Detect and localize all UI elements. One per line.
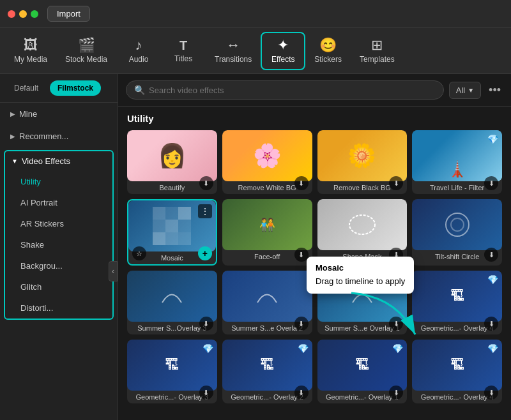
more-options-button[interactable]: ••• (486, 81, 503, 100)
gem-geo4-icon: 💎 (487, 274, 498, 285)
effect-thumb-tiltshift (412, 199, 502, 250)
tab-default[interactable]: Default (6, 80, 46, 96)
effect-thumb-face-off: 🧑‍🤝‍🧑 (222, 199, 312, 250)
effect-thumb-shape (317, 199, 408, 250)
sidebar-section-video-effects: ▼ Video Effects Utility AI Portrait AR S… (4, 150, 114, 320)
download-summer1-icon: ⬇ (199, 317, 213, 331)
effect-summer2[interactable]: ⬇ Summer S...e Overla 2 (222, 271, 312, 334)
gem-geo3-icon: 💎 (202, 343, 213, 354)
audio-icon: ♪ (135, 38, 142, 52)
content-area: 🔍 All ▼ ••• Utility 👩 ⬇ Beautify (118, 74, 511, 420)
search-bar: 🔍 All ▼ ••• (118, 74, 511, 107)
sidebar-item-video-effects[interactable]: ▼ Video Effects (5, 151, 112, 171)
tooltip: Mosaic Drag to timeline to apply (307, 257, 414, 294)
filter-chevron-icon: ▼ (468, 87, 474, 94)
effect-geo4b[interactable]: 🏗 💎 ⬇ Geometric...- Overlay 4 (412, 340, 502, 403)
svg-rect-3 (153, 220, 165, 232)
effect-summer1[interactable]: ⬇ Summer S...Overlay 3 (127, 271, 217, 334)
gem-geo1-icon: 💎 (392, 343, 403, 354)
tooltip-line2: Drag to timeline to apply (316, 275, 405, 289)
nav-titles[interactable]: T Titles (161, 34, 206, 68)
effect-mosaic[interactable]: ⋮ ☆ + Mosaic (127, 199, 217, 266)
sidebar: Default Filmstock ▶ Mine ▶ Recommen... ▼… (0, 74, 118, 420)
titlebar: Import (0, 0, 511, 28)
download-summer2-icon: ⬇ (294, 317, 309, 331)
tooltip-arrow-icon (345, 290, 422, 343)
recommended-chevron-icon: ▶ (10, 133, 15, 140)
mosaic-star-icon[interactable]: ☆ (132, 246, 146, 260)
nav-transitions[interactable]: ↔ Transitions (206, 33, 261, 69)
download-remove-white-icon: ⬇ (294, 176, 309, 190)
effect-geo3[interactable]: 🏗 💎 ⬇ Geometric...- Overlay 3 (127, 340, 217, 403)
sidebar-item-recommended-label: Recommen... (19, 131, 68, 141)
sidebar-item-mine-label: Mine (19, 109, 37, 119)
sidebar-collapse-button[interactable]: ‹ (109, 261, 118, 281)
effect-shape[interactable]: ⬇ Shape Mask (317, 199, 408, 266)
nav-stock-media[interactable]: 🎬 Stock Media (56, 33, 116, 69)
search-filter-dropdown[interactable]: All ▼ (449, 82, 481, 99)
nav-toolbar: 🖼 My Media 🎬 Stock Media ♪ Audio T Title… (0, 28, 511, 74)
import-button[interactable]: Import (47, 6, 90, 22)
nav-audio-label: Audio (129, 55, 149, 64)
maximize-button[interactable] (31, 10, 38, 18)
gem-geo4b-icon: 💎 (487, 343, 498, 354)
effect-travel[interactable]: 🗼 💎 ⬇ Travel Life - Filter (412, 130, 502, 194)
nav-effects-label: Effects (271, 55, 294, 64)
search-icon: 🔍 (134, 85, 145, 95)
svg-rect-0 (153, 207, 165, 220)
effect-geo4[interactable]: 🏗 💎 ⬇ Geometric...- Overlay 4 (412, 271, 502, 334)
sidebar-item-mine[interactable]: ▶ Mine (0, 103, 118, 125)
effect-remove-white[interactable]: 🌸 ⬇ Remove White BG (222, 130, 312, 194)
effect-remove-black[interactable]: 🌼 ⬇ Remove Black BG (317, 130, 408, 194)
sidebar-tabs: Default Filmstock (0, 74, 118, 103)
download-tiltshift-icon: ⬇ (484, 248, 498, 262)
svg-rect-1 (165, 207, 178, 220)
effects-icon: ✦ (277, 38, 289, 52)
minimize-button[interactable] (19, 10, 27, 18)
effect-geo1[interactable]: 🏗 💎 ⬇ Geometric...- Overlay 1 (317, 340, 408, 403)
tab-filmstock[interactable]: Filmstock (50, 80, 101, 96)
mosaic-add-button[interactable]: + (198, 246, 212, 260)
sidebar-item-utility[interactable]: Utility (5, 171, 112, 192)
transitions-icon: ↔ (226, 38, 240, 52)
templates-icon: ⊞ (371, 38, 383, 52)
sidebar-item-glitch[interactable]: Glitch (5, 276, 112, 297)
sidebar-item-ar-stickers[interactable]: AR Stickers (5, 213, 112, 234)
search-input-wrap: 🔍 (126, 80, 444, 100)
filter-label: All (456, 86, 465, 95)
svg-rect-5 (178, 220, 191, 232)
sidebar-item-ai-portrait[interactable]: AI Portrait (5, 192, 112, 213)
effect-tiltshift[interactable]: ⬇ Tilt-shift Circle (412, 199, 502, 266)
effect-thumb-summer2 (222, 271, 312, 322)
close-button[interactable] (8, 10, 15, 18)
nav-my-media[interactable]: 🖼 My Media (5, 33, 56, 69)
download-beautify-icon: ⬇ (199, 176, 213, 190)
sidebar-item-shake[interactable]: Shake (5, 234, 112, 255)
sidebar-item-background[interactable]: Backgrou... (5, 255, 112, 276)
svg-point-9 (349, 215, 375, 234)
sidebar-item-distortion[interactable]: Distorti... (5, 297, 112, 319)
effect-face-off[interactable]: 🧑‍🤝‍🧑 ⬇ Face-off (222, 199, 312, 266)
effect-thumb-remove-white: 🌸 (222, 130, 312, 181)
nav-templates-label: Templates (360, 55, 395, 64)
effect-thumb-summer1 (127, 271, 217, 322)
tooltip-content: Mosaic Drag to timeline to apply (307, 257, 414, 294)
nav-stickers[interactable]: 😊 Stickers (305, 33, 351, 69)
effect-beautify[interactable]: 👩 ⬇ Beautify (127, 130, 217, 194)
download-travel-icon: ⬇ (484, 176, 498, 190)
search-input[interactable] (149, 86, 436, 95)
effect-geo2[interactable]: 🏗 💎 ⬇ Geometric...- Overlay 2 (222, 340, 312, 403)
svg-rect-7 (165, 232, 178, 245)
stock-media-icon: 🎬 (78, 38, 95, 52)
nav-effects[interactable]: ✦ Effects (261, 32, 305, 70)
download-geo4b-icon: ⬇ (484, 386, 498, 400)
svg-rect-4 (165, 220, 178, 232)
mosaic-menu-icon[interactable]: ⋮ (198, 204, 212, 218)
nav-audio[interactable]: ♪ Audio (116, 33, 161, 69)
mosaic-actions: ☆ (132, 246, 146, 260)
stickers-icon: 😊 (319, 38, 337, 52)
sidebar-item-recommended[interactable]: ▶ Recommen... (0, 125, 118, 147)
download-geo4-icon: ⬇ (484, 317, 498, 331)
gem-geo2-icon: 💎 (298, 343, 309, 354)
nav-templates[interactable]: ⊞ Templates (351, 33, 404, 69)
